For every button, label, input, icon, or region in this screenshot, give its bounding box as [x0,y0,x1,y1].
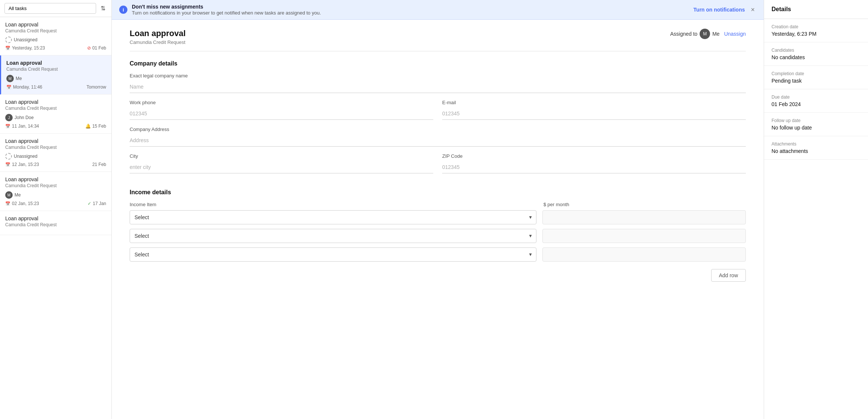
income-amount-input[interactable] [542,229,746,243]
task-date-due: ⊘01 Feb [87,45,106,51]
income-amount [542,210,746,224]
detail-label: Creation date [772,24,861,29]
task-date-created: 📅02 Jan, 15:23 [5,201,39,206]
income-amount-input[interactable] [542,210,746,224]
sort-button[interactable]: ⇅ [99,3,107,13]
income-row: SelectOption 1Option 2Option 3 ▼ [130,247,746,262]
task-item[interactable]: Loan approval Camundia Credit Request [0,211,111,235]
income-section: Income details Income Item $ per month S… [130,189,746,282]
company-name-input[interactable] [130,81,746,93]
income-amount [542,247,746,262]
assigned-to-label: Assigned to M Me [670,29,720,39]
income-select[interactable]: SelectOption 1Option 2Option 3 [130,247,536,262]
task-item[interactable]: Loan approval Camundia Credit Request Un… [0,17,111,55]
company-section-title: Company details [130,60,746,67]
task-filter-select[interactable]: All tasks [4,3,96,14]
task-title: Loan approval [5,22,106,28]
city-input[interactable] [130,161,433,173]
income-select-wrap: SelectOption 1Option 2Option 3 ▼ [130,210,536,224]
company-name-label: Exact legal company name [130,73,746,79]
turn-on-notifications-link[interactable]: Turn on notifications [693,7,745,13]
company-name-group: Exact legal company name [130,73,746,93]
main-content: i Don't miss new assignments Turn on not… [112,0,764,419]
task-item[interactable]: Loan approval Camundia Credit Request Un… [0,134,111,172]
unassigned-icon [5,153,12,160]
task-assignee: M Me [5,191,106,199]
task-date-created: 📅Monday, 11:46 [6,84,42,90]
task-list: Loan approval Camundia Credit Request Un… [0,17,111,419]
notification-text: Don't miss new assignments Turn on notif… [132,4,689,16]
detail-row: Candidates No candidates [764,42,868,66]
form-header: Loan approval Camundia Credit Request As… [130,29,746,51]
calendar-icon: 📅 [5,46,10,51]
form-title-block: Loan approval Camundia Credit Request [130,29,186,45]
work-phone-label: Work phone [130,100,433,105]
task-dates: 📅12 Jan, 15:23 21 Feb [5,162,106,167]
due-bell-icon: 🔔 [85,124,91,129]
right-panel: Details Creation date Yesterday, 6:23 PM… [764,0,868,419]
task-assignee: Unassigned [5,36,106,43]
calendar-icon: 📅 [6,85,12,90]
city-group: City [130,153,433,173]
detail-value: Pending task [772,78,861,84]
address-input[interactable] [130,134,746,147]
income-select[interactable]: SelectOption 1Option 2Option 3 [130,210,536,224]
task-date-due: 21 Feb [92,162,106,167]
task-date-created: 📅Yesterday, 15:23 [5,45,45,51]
notification-icon: i [119,6,127,14]
city-label: City [130,153,433,159]
unassigned-icon [5,36,12,43]
unassign-link[interactable]: Unassign [724,31,746,37]
address-group: Company Address [130,127,746,147]
notification-description: Turn on notifications in your browser to… [132,10,689,16]
task-assignee: J John Doe [5,114,106,121]
task-assignee: M Me [6,75,106,82]
detail-label: Completion date [772,71,861,76]
email-input[interactable] [442,108,746,120]
avatar: J [5,114,13,121]
detail-row: Creation date Yesterday, 6:23 PM [764,19,868,42]
task-dates: 📅Monday, 11:46 Tomorrow [6,84,106,90]
avatar: M [5,191,13,199]
task-subtitle: Camundia Credit Request [5,28,106,33]
notification-close-button[interactable]: × [749,6,756,14]
detail-row: Due date 01 Feb 2024 [764,89,868,113]
income-select-wrap: SelectOption 1Option 2Option 3 ▼ [130,229,536,243]
income-select-wrap: SelectOption 1Option 2Option 3 ▼ [130,247,536,262]
calendar-icon: 📅 [5,162,10,167]
detail-label: Follow up date [772,118,861,123]
form-assigned-block: Assigned to M Me Unassign [670,29,746,39]
zip-label: ZIP Code [442,153,746,159]
income-row: SelectOption 1Option 2Option 3 ▼ [130,210,746,224]
income-table-header: Income Item $ per month [130,202,746,207]
detail-label: Attachments [772,141,861,147]
income-amount-input[interactable] [542,247,746,262]
detail-value: Yesterday, 6:23 PM [772,31,861,37]
zip-input[interactable] [442,161,746,173]
task-title: Loan approval [5,99,106,105]
work-phone-input[interactable] [130,108,433,120]
task-item[interactable]: Loan approval Camundia Credit Request M … [0,55,111,95]
task-item[interactable]: Loan approval Camundia Credit Request M … [0,172,111,211]
task-subtitle: Camundia Credit Request [5,222,106,227]
detail-row: Completion date Pending task [764,66,868,89]
calendar-icon: 📅 [5,201,10,206]
detail-rows: Creation date Yesterday, 6:23 PM Candida… [764,19,868,160]
sidebar: All tasks ⇅ Loan approval Camundia Credi… [0,0,112,419]
task-title: Loan approval [5,176,106,182]
income-rows: SelectOption 1Option 2Option 3 ▼ SelectO… [130,210,746,262]
form-process: Camundia Credit Request [130,39,186,45]
income-row: SelectOption 1Option 2Option 3 ▼ [130,229,746,243]
task-item[interactable]: Loan approval Camundia Credit Request J … [0,95,111,134]
task-date-due: 🔔15 Feb [85,124,106,129]
add-row-button[interactable]: Add row [711,269,746,282]
email-group: E-mail [442,100,746,120]
task-subtitle: Camundia Credit Request [5,183,106,188]
form-area: Loan approval Camundia Credit Request As… [112,20,764,419]
detail-label: Candidates [772,48,861,53]
income-select[interactable]: SelectOption 1Option 2Option 3 [130,229,536,243]
avatar: M [6,75,14,82]
due-success-icon: ✓ [88,201,91,206]
work-phone-group: Work phone [130,100,433,120]
detail-value: No attachments [772,148,861,154]
